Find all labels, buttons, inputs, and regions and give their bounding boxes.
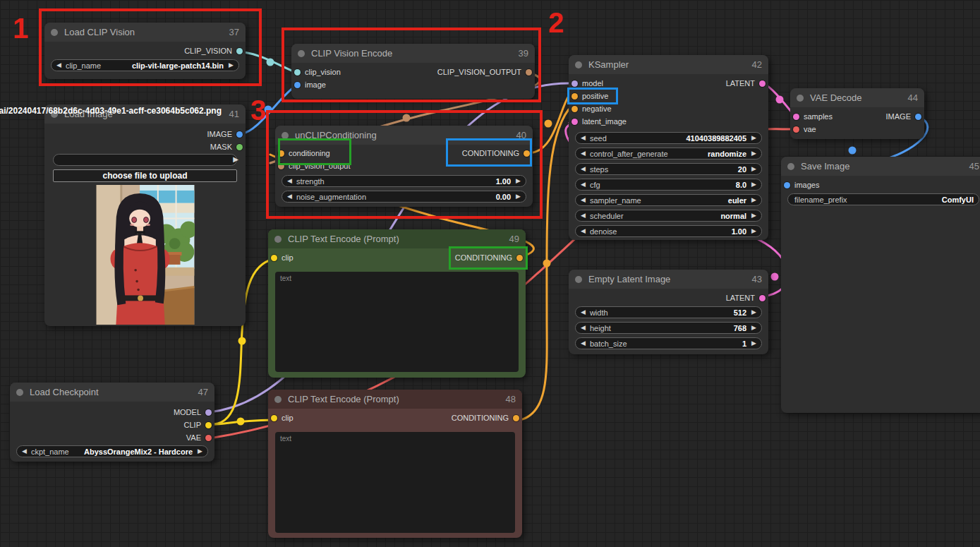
port-image-output[interactable] [236,131,243,138]
node-title-bar[interactable]: CLIP Vision Encode 39 [291,44,535,63]
increment-arrow-icon[interactable]: ▶ [516,178,521,184]
increment-arrow-icon[interactable]: ▶ [751,228,756,234]
node-title-bar[interactable]: Load CLIP Vision 37 [44,23,246,42]
clip-name-widget[interactable]: ◀ clip_name clip-vit-large-patch14.bin ▶ [51,59,239,71]
increment-arrow-icon[interactable]: ▶ [516,193,521,200]
port-clip-vision-input[interactable] [294,69,301,76]
collapse-dot-icon[interactable] [51,29,58,36]
collapse-dot-icon[interactable] [298,50,305,57]
decrement-arrow-icon[interactable]: ◀ [287,193,292,200]
decrement-arrow-icon[interactable]: ◀ [581,181,586,188]
ckpt-name-widget[interactable]: ◀ ckpt_name AbyssOrangeMix2 - Hardcore ▶ [16,445,208,457]
node-title-bar[interactable]: unCLIPConditioning 40 [275,126,533,145]
increment-arrow-icon[interactable]: ▶ [751,212,756,219]
port-clip-vision-output[interactable] [236,48,243,54]
decrement-arrow-icon[interactable]: ◀ [581,325,586,331]
collapse-dot-icon[interactable] [274,236,282,243]
batch-size-widget[interactable]: ◀ batch_size 1 ▶ [575,337,762,349]
increment-arrow-icon[interactable]: ▶ [751,197,756,203]
filename-prefix-widget[interactable]: filename_prefix ComfyUI [787,193,979,205]
port-conditioning-output[interactable] [516,255,523,261]
node-unclip-conditioning[interactable]: unCLIPConditioning 40 conditioning CONDI… [275,126,533,207]
decrement-arrow-icon[interactable]: ◀ [581,228,586,234]
noise-augmentation-widget[interactable]: ◀ noise_augmentation 0.00 ▶ [282,191,526,203]
decrement-arrow-icon[interactable]: ◀ [581,340,586,347]
port-model-output[interactable] [205,409,212,416]
decrement-arrow-icon[interactable]: ◀ [581,166,586,172]
node-clip-vision-encode[interactable]: CLIP Vision Encode 39 clip_vision CLIP_V… [291,44,535,99]
port-clip-vision-output-input[interactable] [278,163,284,169]
next-image-arrow-icon[interactable]: ▶ [233,155,238,163]
scheduler-widget[interactable]: ◀ scheduler normal ▶ [575,210,762,222]
cfg-widget[interactable]: ◀ cfg 8.0 ▶ [575,179,762,191]
sampler-name-widget[interactable]: ◀ sampler_name euler ▶ [575,194,762,206]
port-model-input[interactable] [571,80,578,87]
decrement-arrow-icon[interactable]: ◀ [581,212,586,219]
prompt-textarea[interactable]: text [275,432,515,533]
decrement-arrow-icon[interactable]: ◀ [581,135,586,141]
node-load-clip-vision[interactable]: Load CLIP Vision 37 CLIP_VISION ◀ clip_n… [44,23,246,79]
increment-arrow-icon[interactable]: ▶ [229,62,234,68]
node-title-bar[interactable]: Save Image 45 [781,157,980,176]
port-latent-image-input[interactable] [571,119,578,125]
port-clip-output[interactable] [205,422,212,428]
port-samples-input[interactable] [793,114,799,120]
port-clip-vision-output-out[interactable] [526,69,532,76]
node-empty-latent-image[interactable]: Empty Latent Image 43 LATENT ◀ width 512… [569,270,768,354]
port-latent-output[interactable] [759,80,766,87]
node-title-bar[interactable]: KSampler 42 [569,55,768,74]
increment-arrow-icon[interactable]: ▶ [751,135,756,141]
port-images-input[interactable] [784,182,790,188]
width-widget[interactable]: ◀ width 512 ▶ [575,306,762,318]
node-load-checkpoint[interactable]: Load Checkpoint 47 MODEL CLIP VAE [10,383,214,462]
port-positive-input[interactable] [571,93,578,100]
steps-widget[interactable]: ◀ steps 20 ▶ [575,163,762,175]
prompt-textarea[interactable]: text [275,272,519,372]
decrement-arrow-icon[interactable]: ◀ [581,150,586,157]
increment-arrow-icon[interactable]: ▶ [751,166,756,172]
node-title-bar[interactable]: Load Checkpoint 47 [10,383,214,402]
control-after-generate-widget[interactable]: ◀ control_after_generate randomize ▶ [575,148,762,160]
port-conditioning-input[interactable] [278,150,284,157]
increment-arrow-icon[interactable]: ▶ [751,340,756,347]
node-vae-decode[interactable]: VAE Decode 44 samples IMAGE vae [790,88,924,139]
seed-widget[interactable]: ◀ seed 41040389882405 ▶ [575,132,762,144]
port-mask-output[interactable] [236,144,243,150]
port-image-output[interactable] [915,114,921,120]
collapse-dot-icon[interactable] [797,95,804,102]
collapse-dot-icon[interactable] [575,276,582,283]
collapse-dot-icon[interactable] [787,163,794,170]
node-load-image[interactable]: Load Image 41 IMAGE MASK aart.ai/2024041… [44,104,246,326]
port-clip-input[interactable] [271,255,277,261]
node-title-bar[interactable]: VAE Decode 44 [790,88,924,107]
port-conditioning-output[interactable] [513,415,519,421]
port-negative-input[interactable] [571,106,578,112]
port-latent-output[interactable] [759,295,766,301]
node-ksampler[interactable]: KSampler 42 model LATENT positive negati… [569,55,768,240]
increment-arrow-icon[interactable]: ▶ [751,325,756,331]
port-clip-input[interactable] [271,415,277,421]
port-image-input[interactable] [294,82,301,88]
node-title-bar[interactable]: CLIP Text Encode (Prompt) 49 [268,229,526,248]
port-conditioning-output[interactable] [524,150,530,157]
denoise-widget[interactable]: ◀ denoise 1.00 ▶ [575,225,762,237]
increment-arrow-icon[interactable]: ▶ [198,448,202,455]
increment-arrow-icon[interactable]: ▶ [751,150,756,157]
node-clip-text-encode-positive[interactable]: CLIP Text Encode (Prompt) 49 clip CONDIT… [268,229,526,378]
decrement-arrow-icon[interactable]: ◀ [287,178,292,184]
decrement-arrow-icon[interactable]: ◀ [56,62,61,68]
increment-arrow-icon[interactable]: ▶ [751,181,756,188]
strength-widget[interactable]: ◀ strength 1.00 ▶ [282,175,526,187]
port-vae-input[interactable] [793,126,799,133]
decrement-arrow-icon[interactable]: ◀ [581,197,586,203]
choose-file-button[interactable]: choose file to upload [53,169,237,182]
collapse-dot-icon[interactable] [282,132,289,139]
graph-canvas[interactable]: Load CLIP Vision 37 CLIP_VISION ◀ clip_n… [0,0,980,547]
decrement-arrow-icon[interactable]: ◀ [22,448,27,455]
collapse-dot-icon[interactable] [575,61,582,68]
collapse-dot-icon[interactable] [274,396,282,403]
node-save-image[interactable]: Save Image 45 images filename_prefix Com… [781,157,980,413]
height-widget[interactable]: ◀ height 768 ▶ [575,322,762,334]
image-filename-widget[interactable] [53,154,237,166]
node-title-bar[interactable]: Empty Latent Image 43 [569,270,768,289]
